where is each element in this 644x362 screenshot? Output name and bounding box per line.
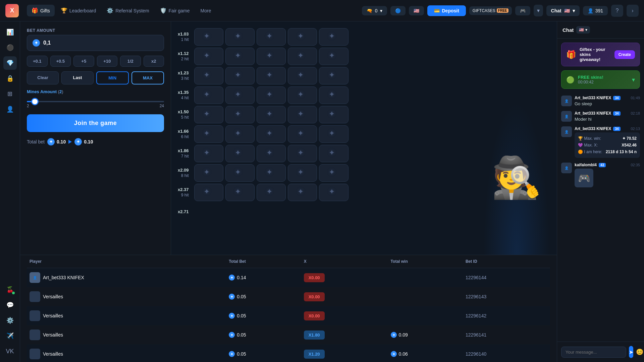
deposit-icon: 💳 bbox=[434, 8, 440, 13]
giftex-banner: 🎁 Giftex - your skins giveaway! Create bbox=[561, 43, 640, 66]
wallet-button[interactable]: 🔫 0 ▾ bbox=[362, 6, 387, 15]
sidebar-lock-icon[interactable]: 🔒 bbox=[3, 72, 17, 85]
nav-item-leaderboard[interactable]: 🏆 Leaderboard bbox=[56, 5, 101, 16]
grid-cell-40[interactable] bbox=[194, 184, 223, 201]
free-skins-banner[interactable]: 🟢 FREE skins! 00:00:42 ▾ bbox=[561, 70, 640, 89]
grid-cell-43[interactable] bbox=[288, 184, 317, 201]
bet-btn-plus05[interactable]: +0.5 bbox=[50, 56, 71, 67]
giftcase-button[interactable]: GIFTCASES FREE bbox=[469, 6, 512, 15]
grid-cell-16[interactable] bbox=[225, 86, 255, 104]
max-button[interactable]: MAX bbox=[131, 71, 164, 84]
clear-button[interactable]: Clear bbox=[27, 71, 59, 84]
grid-cell-9[interactable] bbox=[319, 48, 348, 65]
bet-btn-double[interactable]: x2 bbox=[144, 56, 164, 67]
grid-cell-0[interactable] bbox=[194, 28, 223, 46]
grid-cell-5[interactable] bbox=[194, 48, 223, 65]
sidebar-vk-icon[interactable]: VK bbox=[3, 345, 17, 358]
sidebar-grid-icon[interactable]: ⊞ bbox=[3, 87, 17, 101]
grid-cell-34[interactable] bbox=[319, 145, 348, 162]
free-skins-text: FREE skins! 00:00:42 bbox=[578, 75, 629, 84]
grid-cell-8[interactable] bbox=[288, 48, 317, 65]
gem-icon bbox=[329, 187, 339, 197]
grid-cell-3[interactable] bbox=[288, 28, 317, 46]
create-button[interactable]: Create bbox=[614, 50, 635, 59]
grid-cell-38[interactable] bbox=[288, 164, 317, 182]
grid-cell-27[interactable] bbox=[257, 125, 286, 143]
mult-cell-5: x1.666 hit bbox=[178, 125, 190, 143]
emoji-button[interactable]: 😊 bbox=[636, 347, 643, 357]
table-row: 👤 Art_bet333 KNIFEX ✦ 0.14X0.0012296144 bbox=[27, 268, 550, 287]
collapse-button[interactable]: › bbox=[627, 5, 639, 17]
chat-nav-button[interactable]: Chat 🇺🇸 ▾ bbox=[546, 5, 580, 16]
game-icon-button[interactable]: 🎮 bbox=[515, 6, 530, 15]
grid-cell-15[interactable] bbox=[194, 86, 223, 104]
send-button[interactable]: ➤ bbox=[629, 346, 633, 358]
gem-icon bbox=[329, 51, 339, 61]
chat-input[interactable] bbox=[561, 347, 626, 358]
secondary-wallet[interactable]: 🔵 bbox=[390, 6, 406, 15]
bet-coin-icon: ✦ bbox=[33, 39, 40, 47]
grid-cell-23[interactable] bbox=[288, 106, 317, 123]
sidebar-telegram-icon[interactable]: ✈️ bbox=[3, 329, 17, 343]
grid-cell-22[interactable] bbox=[257, 106, 286, 123]
gem-icon bbox=[266, 168, 276, 178]
join-game-button[interactable]: Join the game bbox=[27, 114, 164, 132]
sidebar-circle-icon[interactable]: ⚫ bbox=[3, 41, 17, 54]
grid-cell-39[interactable] bbox=[319, 164, 348, 182]
bet-btn-plus5[interactable]: +5 bbox=[73, 56, 94, 67]
grid-cell-14[interactable] bbox=[319, 67, 348, 84]
grid-cell-13[interactable] bbox=[288, 67, 317, 84]
msg-user: Art_bet333 KNIFEX bbox=[575, 96, 611, 100]
grid-cell-11[interactable] bbox=[225, 67, 255, 84]
grid-cell-10[interactable] bbox=[194, 67, 223, 84]
grid-cell-24[interactable] bbox=[319, 106, 348, 123]
nav-item-fairgame[interactable]: 🛡️ Fair game bbox=[155, 5, 195, 16]
bet-btn-plus01[interactable]: +0.1 bbox=[27, 56, 48, 67]
grid-cell-4[interactable] bbox=[319, 28, 348, 46]
flag-button[interactable]: 🇺🇸 bbox=[409, 6, 424, 15]
grid-cell-28[interactable] bbox=[288, 125, 317, 143]
sidebar-mine-icon[interactable]: 💎 bbox=[3, 56, 17, 70]
grid-cell-18[interactable] bbox=[288, 86, 317, 104]
grid-cell-33[interactable] bbox=[288, 145, 317, 162]
last-button[interactable]: Last bbox=[61, 71, 93, 84]
grid-cell-7[interactable] bbox=[257, 48, 286, 65]
col-bet-id: Bet ID bbox=[463, 255, 550, 268]
grid-cell-32[interactable] bbox=[257, 145, 286, 162]
sidebar-chat-icon[interactable]: 💬 bbox=[3, 298, 17, 312]
nav-item-gifts[interactable]: 🎁 Gifts bbox=[27, 5, 55, 16]
grid-cell-21[interactable] bbox=[225, 106, 255, 123]
grid-cell-29[interactable] bbox=[319, 125, 348, 143]
grid-cell-44[interactable] bbox=[319, 184, 348, 201]
bet-btn-half[interactable]: 1/2 bbox=[120, 56, 141, 67]
grid-cell-1[interactable] bbox=[225, 28, 255, 46]
grid-cell-12[interactable] bbox=[257, 67, 286, 84]
mines-slider[interactable]: 2 24 bbox=[27, 98, 164, 110]
grid-cell-25[interactable] bbox=[194, 125, 223, 143]
grid-cell-20[interactable] bbox=[194, 106, 223, 123]
grid-cell-41[interactable] bbox=[225, 184, 255, 201]
help-button[interactable]: ? bbox=[611, 5, 623, 17]
grid-cell-19[interactable] bbox=[319, 86, 348, 104]
nav-item-more[interactable]: More bbox=[196, 5, 216, 16]
sidebar-stats-icon[interactable]: 📊 bbox=[3, 25, 17, 39]
expand-button[interactable]: ▾ bbox=[534, 5, 543, 16]
grid-cell-35[interactable] bbox=[194, 164, 223, 182]
sidebar-settings-icon[interactable]: ⚙️ bbox=[3, 314, 17, 327]
min-button[interactable]: MIN bbox=[96, 71, 129, 84]
grid-cell-42[interactable] bbox=[257, 184, 286, 201]
chat-lang-button[interactable]: 🇺🇸 ▾ bbox=[576, 26, 590, 34]
grid-cell-2[interactable] bbox=[257, 28, 286, 46]
grid-cell-31[interactable] bbox=[225, 145, 255, 162]
grid-cell-26[interactable] bbox=[225, 125, 255, 143]
grid-cell-17[interactable] bbox=[257, 86, 286, 104]
bet-input-field[interactable]: ✦ 0,1 bbox=[27, 35, 164, 51]
grid-cell-30[interactable] bbox=[194, 145, 223, 162]
grid-cell-6[interactable] bbox=[225, 48, 255, 65]
grid-cell-37[interactable] bbox=[257, 164, 286, 182]
grid-cell-36[interactable] bbox=[225, 164, 255, 182]
deposit-button[interactable]: 💳 Deposit bbox=[427, 5, 466, 16]
bet-btn-plus10[interactable]: +10 bbox=[97, 56, 118, 67]
sidebar-user-icon[interactable]: 👤 bbox=[3, 103, 17, 116]
nav-item-referral[interactable]: ⚙️ Referral System bbox=[102, 5, 154, 16]
